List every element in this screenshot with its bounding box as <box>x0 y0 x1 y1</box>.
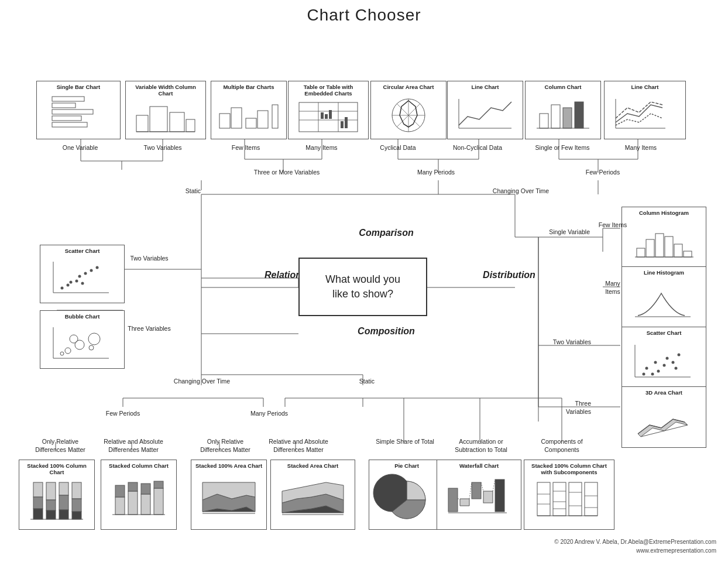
label-three-or-more: Three or More Variables <box>211 169 363 177</box>
label-few-items-dist: Few Items <box>598 221 627 229</box>
svg-rect-144 <box>684 251 692 257</box>
svg-rect-201 <box>495 479 504 512</box>
svg-point-155 <box>677 354 680 357</box>
svg-rect-139 <box>637 248 645 257</box>
page-title: Chart Chooser <box>6 6 722 25</box>
svg-rect-87 <box>170 112 184 132</box>
svg-rect-185 <box>154 488 163 515</box>
label-static: Static <box>170 187 217 196</box>
label-one-variable: One Variable <box>54 144 107 152</box>
svg-rect-169 <box>46 482 56 500</box>
svg-point-121 <box>69 280 72 283</box>
svg-rect-168 <box>33 509 43 519</box>
chart-line-histogram-title: Line Histogram <box>644 269 684 276</box>
svg-rect-91 <box>231 108 242 128</box>
label-three-variables-dist: Three Variables <box>550 400 591 416</box>
svg-rect-142 <box>665 237 673 257</box>
chart-multiple-bar-title: Multiple Bar Charts <box>223 84 274 90</box>
chart-circular-area-title: Circular Area Chart <box>383 84 434 90</box>
svg-point-152 <box>671 361 674 364</box>
footer-line2: www.extremepresentation.com <box>554 546 716 555</box>
label-simple-share: Simple Share of Total <box>373 438 437 446</box>
svg-point-126 <box>75 279 78 282</box>
svg-point-128 <box>81 282 84 285</box>
chart-column-histogram-title: Column Histogram <box>639 210 689 216</box>
label-cyclical: Cyclical Data <box>369 144 427 152</box>
chart-line-top: Line Chart <box>447 81 523 139</box>
center-question-box: What would youlike to show? <box>298 258 427 316</box>
svg-rect-183 <box>141 494 150 515</box>
svg-point-153 <box>651 373 654 376</box>
chart-bubble-rel: Bubble Chart <box>40 310 125 369</box>
svg-rect-186 <box>154 481 163 488</box>
svg-rect-81 <box>52 116 81 121</box>
svg-rect-217 <box>585 482 597 516</box>
chart-stacked-100-area: Stacked 100% Area Chart <box>191 460 267 530</box>
chart-table-embedded: Table or Table with Embedded Charts <box>288 81 369 139</box>
chart-single-bar: Single Bar Chart <box>36 81 121 139</box>
label-components: Components of Components <box>530 438 594 454</box>
chart-circular-area: Circular Area Chart <box>370 81 447 139</box>
chart-single-bar-title: Single Bar Chart <box>57 84 100 90</box>
chart-multiple-bar: Multiple Bar Charts <box>211 81 287 139</box>
svg-rect-92 <box>246 118 256 128</box>
svg-rect-84 <box>52 97 84 101</box>
svg-line-205 <box>481 482 483 491</box>
label-two-variables: Two Variables <box>133 144 192 152</box>
svg-rect-80 <box>52 122 87 127</box>
svg-rect-115 <box>563 108 572 128</box>
svg-rect-102 <box>329 110 332 119</box>
label-static-comp: Static <box>344 378 390 386</box>
svg-rect-172 <box>59 482 68 495</box>
svg-rect-104 <box>345 117 348 128</box>
label-accumulation: Accumulation or Subtraction to Total <box>446 438 516 454</box>
svg-point-136 <box>60 352 64 355</box>
label-many-items: Many Items <box>300 144 344 152</box>
svg-point-123 <box>66 283 69 286</box>
label-many-items-right: Many Items <box>617 144 664 152</box>
chart-column-top-title: Column Chart <box>545 84 582 90</box>
svg-rect-100 <box>321 112 324 119</box>
svg-rect-114 <box>551 105 560 128</box>
svg-rect-207 <box>537 482 550 516</box>
svg-rect-171 <box>46 510 56 519</box>
svg-rect-197 <box>448 488 458 512</box>
label-changing-over-time-comp: Changing Over Time <box>173 378 231 386</box>
svg-rect-181 <box>128 491 138 515</box>
svg-rect-90 <box>219 114 230 128</box>
footer: © 2020 Andrew V. Abela, Dr.Abela@Extreme… <box>554 537 716 555</box>
svg-point-149 <box>662 364 665 367</box>
chart-3d-area-title: 3D Area Chart <box>645 389 682 396</box>
chart-pie: Pie Chart <box>369 460 445 530</box>
svg-rect-167 <box>33 497 43 509</box>
svg-rect-82 <box>52 109 93 114</box>
svg-point-122 <box>78 275 81 277</box>
chart-scatter-rel: Scatter Chart <box>40 245 125 303</box>
label-few-periods-comp: Few Periods <box>97 410 149 418</box>
svg-rect-95 <box>299 102 358 132</box>
svg-rect-175 <box>72 482 81 499</box>
svg-rect-184 <box>141 484 150 494</box>
label-only-relative-many: Only Relative Differences Matter <box>193 438 257 454</box>
chart-pie-title: Pie Chart <box>394 462 419 469</box>
svg-point-120 <box>60 286 63 289</box>
svg-rect-173 <box>59 495 68 510</box>
label-few-items: Few Items <box>225 144 266 152</box>
chart-3d-area: 3D Area Chart <box>621 386 706 448</box>
svg-rect-85 <box>136 115 148 132</box>
svg-point-150 <box>657 370 660 373</box>
svg-rect-176 <box>72 499 81 512</box>
svg-rect-177 <box>72 512 81 519</box>
chart-table-embedded-title: Table or Table with Embedded Charts <box>291 84 366 97</box>
chart-waterfall-title: Waterfall Chart <box>459 462 499 469</box>
svg-point-131 <box>65 348 71 354</box>
svg-line-204 <box>469 482 472 499</box>
svg-rect-116 <box>575 102 583 128</box>
chart-scatter-dist: Scatter Chart <box>621 327 706 388</box>
svg-rect-86 <box>150 107 167 132</box>
svg-rect-166 <box>33 482 43 497</box>
label-many-periods-comp: Many Periods <box>243 410 296 418</box>
chart-stacked-100-area-title: Stacked 100% Area Chart <box>195 462 262 469</box>
label-composition: Composition <box>339 325 433 338</box>
chart-line-histogram: Line Histogram <box>621 266 706 328</box>
